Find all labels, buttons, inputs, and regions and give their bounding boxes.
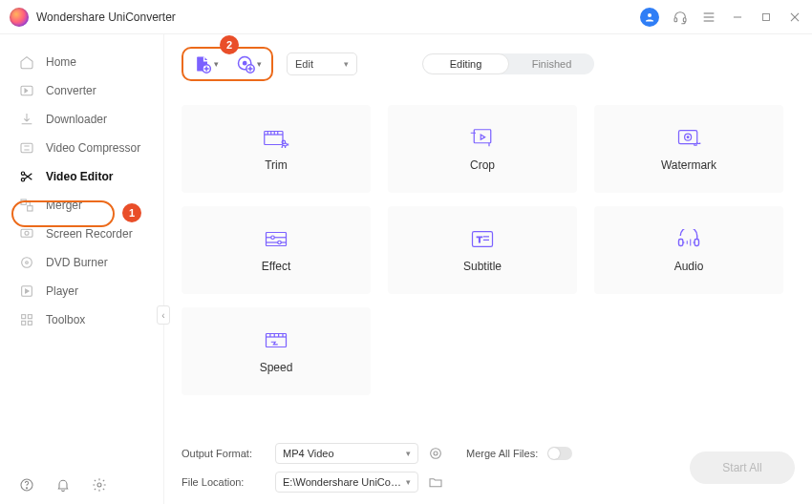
bell-icon[interactable] [55, 477, 71, 493]
edit-dropdown-label: Edit [295, 58, 313, 70]
disc-icon [19, 255, 34, 270]
callout-badge-2: 2 [220, 35, 239, 54]
converter-icon [19, 83, 34, 98]
chevron-down-icon: ▾ [257, 59, 262, 69]
card-trim[interactable]: Trim [182, 105, 371, 193]
add-dvd-button[interactable]: ▾ [236, 54, 262, 74]
hamburger-menu-icon[interactable] [701, 10, 716, 25]
output-format-dropdown[interactable]: MP4 Video ▾ [275, 443, 418, 464]
sidebar-item-label: Video Editor [46, 170, 113, 183]
svg-rect-14 [21, 200, 26, 204]
grid-icon [19, 312, 34, 327]
effect-icon [263, 227, 289, 250]
sidebar-item-label: Video Compressor [46, 141, 140, 155]
svg-point-18 [22, 258, 32, 268]
maximize-button[interactable] [759, 10, 774, 25]
sidebar-item-label: Converter [46, 84, 96, 97]
start-all-button[interactable]: Start All [690, 452, 795, 484]
sidebar-item-player[interactable]: Player [0, 277, 163, 305]
svg-rect-1 [674, 17, 677, 21]
callout-badge-1: 1 [122, 203, 141, 222]
svg-point-17 [25, 231, 29, 235]
card-label: Trim [265, 158, 288, 172]
sidebar-item-label: Player [46, 284, 78, 298]
svg-rect-2 [683, 17, 686, 21]
download-icon [19, 112, 34, 127]
sidebar-item-home[interactable]: Home [0, 48, 163, 76]
add-file-button[interactable]: ▾ [193, 54, 219, 74]
merger-icon [19, 198, 34, 213]
sidebar-item-toolbox[interactable]: Toolbox [0, 305, 163, 334]
main-panel: 2 ▾ ▾ Edit ▾ Editing Finished [164, 34, 812, 504]
tab-label: Editing [450, 58, 482, 70]
user-avatar[interactable] [640, 8, 659, 27]
card-subtitle[interactable]: T Subtitle [388, 206, 577, 294]
scissors-icon [19, 169, 34, 184]
file-location-dropdown[interactable]: E:\Wondershare UniConverter ▾ [275, 472, 418, 493]
chevron-down-icon: ▾ [344, 59, 349, 69]
card-audio[interactable]: Audio [594, 206, 783, 294]
play-icon [19, 284, 34, 299]
svg-point-27 [97, 483, 101, 487]
sidebar-item-screen-recorder[interactable]: Screen Recorder [0, 220, 163, 248]
bottom-bar: Output Format: MP4 Video ▾ Merge All Fil… [182, 435, 795, 504]
svg-rect-16 [21, 229, 32, 237]
card-speed[interactable]: Speed [182, 307, 371, 395]
merge-toggle[interactable] [547, 447, 572, 460]
edit-dropdown[interactable]: Edit ▾ [287, 52, 357, 75]
output-format-label: Output Format: [182, 448, 266, 459]
subtitle-icon: T [469, 227, 496, 250]
svg-point-61 [431, 449, 441, 459]
tab-editing[interactable]: Editing [422, 53, 509, 74]
home-icon [19, 54, 34, 70]
svg-point-38 [282, 140, 286, 144]
app-title: Wondershare UniConverter [36, 10, 640, 24]
sidebar-item-label: Screen Recorder [46, 227, 133, 241]
sidebar-item-video-editor[interactable]: Video Editor [0, 162, 163, 191]
card-effect[interactable]: Effect [182, 206, 371, 294]
start-all-label: Start All [722, 461, 761, 474]
svg-point-26 [26, 488, 27, 489]
sidebar-collapse-handle[interactable]: ‹ [157, 305, 170, 325]
dropdown-value: MP4 Video [283, 448, 334, 459]
minimize-button[interactable] [730, 10, 745, 25]
sidebar-item-dvd-burner[interactable]: DVD Burner [0, 248, 163, 277]
sidebar-item-converter[interactable]: Converter [0, 76, 163, 105]
headset-icon[interactable] [673, 10, 688, 25]
speed-icon [263, 328, 289, 351]
chevron-down-icon: ▾ [406, 477, 411, 487]
chevron-down-icon: ▾ [406, 449, 411, 458]
compressor-icon [19, 140, 34, 156]
svg-rect-24 [28, 321, 32, 325]
card-crop[interactable]: Crop [388, 105, 577, 193]
sidebar-item-label: Downloader [46, 113, 107, 126]
sidebar-item-label: DVD Burner [46, 256, 108, 269]
dropdown-value: E:\Wondershare UniConverter [283, 476, 406, 488]
trim-icon [263, 126, 289, 149]
tab-finished[interactable]: Finished [509, 53, 594, 74]
sidebar-item-compressor[interactable]: Video Compressor [0, 134, 163, 162]
close-button[interactable] [787, 10, 802, 25]
cards-grid: Trim Crop Watermark Effect T Subtitle Au… [182, 84, 795, 435]
card-label: Crop [470, 158, 495, 172]
open-folder-icon[interactable] [428, 474, 443, 490]
format-settings-icon[interactable] [428, 446, 443, 461]
callout-outline-2: 2 ▾ ▾ [182, 47, 273, 81]
svg-point-47 [271, 236, 275, 240]
tab-label: Finished [532, 58, 572, 70]
svg-point-0 [648, 13, 652, 17]
svg-rect-44 [267, 232, 287, 245]
sidebar: Home Converter Downloader Video Compress… [0, 34, 164, 504]
svg-point-48 [278, 241, 282, 244]
sidebar-item-downloader[interactable]: Downloader [0, 105, 163, 134]
title-bar: Wondershare UniConverter [0, 0, 812, 34]
svg-text:T: T [477, 234, 482, 244]
settings-icon[interactable] [92, 477, 107, 493]
svg-point-19 [26, 262, 29, 264]
card-watermark[interactable]: Watermark [594, 105, 783, 193]
svg-point-43 [687, 136, 689, 137]
help-icon[interactable] [19, 477, 34, 493]
segmented-control: Editing Finished [422, 53, 594, 74]
card-label: Effect [262, 260, 290, 273]
watermark-icon [675, 126, 702, 149]
